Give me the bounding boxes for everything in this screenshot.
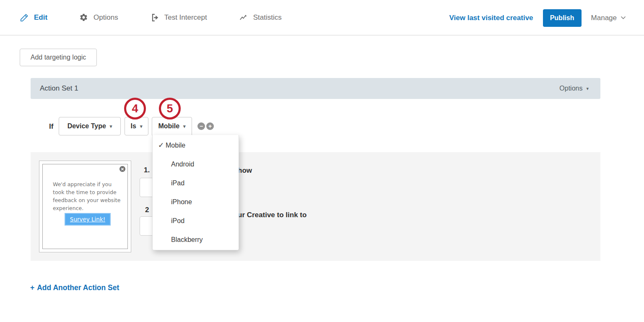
add-another-action-set-link[interactable]: + Add Another Action Set (30, 283, 119, 292)
tab-options[interactable]: Options (79, 13, 118, 22)
caret-down-icon: ▾ (110, 124, 112, 129)
menu-item-ipad[interactable]: iPad (153, 174, 239, 192)
minus-icon: − (200, 123, 203, 129)
menu-item-label: Mobile (166, 142, 185, 149)
checkmark-icon: ✓ (153, 141, 166, 150)
view-last-visited-link[interactable]: View last visited creative (449, 14, 533, 22)
creative-preview: ✕ We'd appreciate if you took the time t… (39, 161, 131, 252)
add-targeting-logic-button[interactable]: Add targeting logic (20, 49, 97, 66)
add-another-action-set-label: Add Another Action Set (37, 283, 119, 292)
header-actions: View last visited creative Publish Manag… (449, 0, 626, 36)
statistics-icon (239, 13, 248, 22)
menu-item-label: Blackberry (153, 236, 203, 244)
annotation-circle-4: 4 (124, 98, 146, 119)
tab-options-label: Options (93, 13, 118, 22)
publish-button[interactable]: Publish (543, 9, 582, 27)
caret-down-icon: ▾ (586, 86, 589, 91)
top-toolbar: Edit Options Test Interc (0, 0, 644, 36)
menu-item-iphone[interactable]: iPhone (153, 192, 239, 211)
survey-link-button[interactable]: Survey Link! (65, 213, 111, 226)
plus-icon: + (208, 123, 212, 129)
action-set-title: Action Set 1 (40, 84, 78, 93)
action-set-options-label: Options (559, 85, 582, 92)
creative-message: We'd appreciate if you took the time to … (53, 180, 122, 212)
caret-down-icon: ▾ (183, 124, 186, 129)
annotation-5-number: 5 (166, 102, 173, 115)
menu-item-android[interactable]: Android (153, 155, 239, 174)
menu-item-label: Android (153, 161, 194, 168)
step-1-text-fragment: how (238, 166, 252, 175)
action-set-options-menu[interactable]: Options ▾ (559, 85, 589, 92)
manage-dropdown[interactable]: Manage (591, 14, 626, 22)
close-icon[interactable]: ✕ (119, 166, 126, 172)
add-condition-button[interactable]: + (206, 122, 214, 130)
device-type-label: Device Type (68, 122, 106, 130)
menu-item-label: iPod (153, 217, 184, 225)
step-1-number: 1. (144, 166, 150, 174)
creative-dialog: ✕ We'd appreciate if you took the time t… (42, 164, 128, 249)
tab-test-intercept-label: Test Intercept (164, 13, 207, 22)
intercept-editor-page: Edit Options Test Interc (0, 0, 644, 322)
annotation-circle-5: 5 (159, 98, 181, 119)
tab-statistics[interactable]: Statistics (239, 13, 282, 22)
device-value-label: Mobile (158, 122, 179, 130)
menu-item-label: iPhone (153, 198, 192, 206)
tab-edit-label: Edit (34, 13, 47, 22)
remove-condition-button[interactable]: − (197, 122, 205, 130)
tab-edit[interactable]: Edit (20, 13, 47, 22)
operator-label: Is (131, 122, 136, 130)
condition-if-label: If (49, 122, 53, 131)
action-set-body: ✕ We'd appreciate if you took the time t… (31, 152, 600, 261)
menu-item-mobile[interactable]: ✓ Mobile (153, 136, 239, 155)
intercept-icon (150, 13, 159, 22)
step-2-text-fragment: ur Creative to link to (238, 211, 306, 219)
device-type-dropdown-button[interactable]: Device Type ▾ (59, 117, 121, 135)
chevron-down-icon (621, 16, 626, 20)
manage-label: Manage (591, 14, 617, 22)
tab-statistics-label: Statistics (253, 13, 282, 22)
annotation-4-number: 4 (132, 102, 138, 115)
plus-icon: + (30, 283, 34, 292)
device-value-menu: ✓ Mobile Android iPad iPhone iPod Blackb… (152, 135, 239, 250)
action-set-header: Action Set 1 Options ▾ (31, 78, 600, 99)
device-value-dropdown-button[interactable]: Mobile ▾ (152, 117, 192, 135)
pencil-icon (20, 13, 29, 22)
close-glyph: ✕ (121, 167, 124, 171)
tab-test-intercept[interactable]: Test Intercept (150, 13, 207, 22)
gear-icon (79, 13, 88, 22)
menu-item-blackberry[interactable]: Blackberry (153, 230, 239, 249)
operator-dropdown-button[interactable]: Is ▾ (125, 117, 148, 135)
caret-down-icon: ▾ (140, 124, 143, 129)
step-2-number: 2 (145, 206, 149, 214)
nav-tabs: Edit Options Test Interc (0, 13, 282, 22)
menu-item-label: iPad (153, 179, 184, 187)
menu-item-ipod[interactable]: iPod (153, 211, 239, 230)
